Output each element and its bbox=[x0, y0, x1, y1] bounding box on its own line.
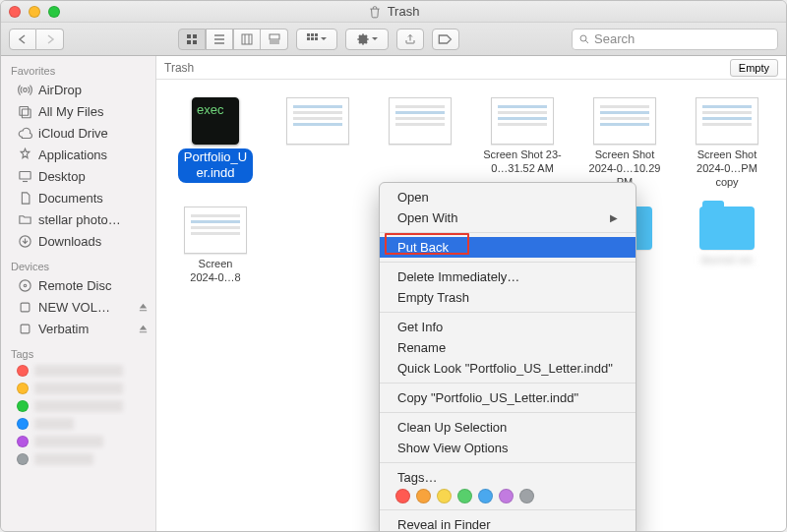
tag-dot-orange bbox=[17, 383, 29, 394]
sidebar-item-stellar[interactable]: stellar photo… bbox=[1, 208, 156, 230]
file-name-selected: Portfolio_Uer.indd bbox=[178, 148, 253, 183]
exec-thumbnail: exec bbox=[192, 97, 239, 145]
tag-color-blue[interactable] bbox=[478, 489, 493, 503]
file-item[interactable]: Screen 2024-0…8 bbox=[172, 207, 259, 285]
ctx-quick-look[interactable]: Quick Look "Portfolio_US_Letter.indd" bbox=[380, 358, 636, 379]
disc-icon bbox=[17, 277, 32, 293]
tags-button[interactable] bbox=[432, 29, 459, 50]
trash-icon bbox=[368, 5, 382, 19]
svg-rect-17 bbox=[311, 37, 314, 40]
back-button[interactable] bbox=[9, 29, 36, 50]
list-view-button[interactable] bbox=[206, 29, 233, 50]
tag-color-green[interactable] bbox=[457, 489, 472, 503]
svg-rect-2 bbox=[187, 40, 191, 44]
sidebar-item-newvol[interactable]: NEW VOL… bbox=[1, 296, 156, 318]
tag-dot-green bbox=[17, 400, 29, 412]
screenshot-thumbnail bbox=[389, 97, 452, 145]
search-field[interactable]: Search bbox=[572, 29, 778, 50]
svg-rect-23 bbox=[19, 106, 28, 115]
ctx-tag-row bbox=[380, 485, 636, 505]
airdrop-icon bbox=[17, 82, 32, 97]
sidebar-item-applications[interactable]: Applications bbox=[1, 144, 156, 165]
ctx-get-info[interactable]: Get Info bbox=[380, 317, 636, 337]
window-titlebar: Trash bbox=[1, 1, 786, 23]
desktop-icon bbox=[17, 168, 32, 184]
sidebar-item-verbatim[interactable]: Verbatim bbox=[1, 318, 156, 339]
sidebar-item-downloads[interactable]: Downloads bbox=[1, 230, 156, 252]
all-files-icon bbox=[17, 103, 32, 119]
tag-color-gray[interactable] bbox=[519, 489, 534, 503]
share-button[interactable] bbox=[396, 29, 424, 50]
screenshot-thumbnail bbox=[491, 97, 554, 145]
sidebar-resize-handle[interactable] bbox=[148, 56, 155, 532]
screenshot-thumbnail bbox=[593, 97, 656, 145]
nav-group bbox=[9, 29, 64, 50]
tag-dot-gray bbox=[17, 453, 29, 465]
file-item[interactable]: x bbox=[274, 97, 361, 189]
tag-dot-blue bbox=[17, 418, 29, 430]
action-button[interactable] bbox=[345, 29, 389, 50]
location-title: Trash bbox=[164, 61, 194, 75]
icon-view-area[interactable]: exec Portfolio_Uer.indd x x Screen Shot … bbox=[156, 80, 786, 532]
sidebar-item-remote-disc[interactable]: Remote Disc bbox=[1, 274, 156, 296]
tag-color-yellow[interactable] bbox=[437, 489, 452, 503]
coverflow-view-button[interactable] bbox=[261, 29, 288, 50]
ctx-reveal-in-finder[interactable]: Reveal in Finder bbox=[380, 514, 636, 532]
ctx-separator bbox=[380, 312, 636, 313]
ctx-open[interactable]: Open bbox=[380, 187, 636, 207]
arrange-button[interactable] bbox=[296, 29, 337, 50]
svg-rect-10 bbox=[270, 34, 279, 39]
main-content: Trash Empty exec Portfolio_Uer.indd x x … bbox=[156, 56, 786, 532]
ctx-separator bbox=[380, 462, 636, 463]
sidebar-tag-item[interactable] bbox=[1, 415, 156, 433]
file-item[interactable]: x bbox=[377, 97, 463, 189]
svg-rect-3 bbox=[193, 40, 197, 44]
ctx-separator bbox=[380, 383, 636, 384]
sidebar-tag-item[interactable] bbox=[1, 397, 156, 415]
context-menu: Open Open With▶ Put Back Delete Immediat… bbox=[379, 182, 636, 532]
sidebar-tag-item[interactable] bbox=[1, 450, 156, 468]
folder-item[interactable]: blurred nm bbox=[684, 207, 770, 285]
icon-view-button[interactable] bbox=[178, 29, 206, 50]
file-name: Screen 2024-0…8 bbox=[190, 258, 240, 285]
sidebar-item-desktop[interactable]: Desktop bbox=[1, 165, 156, 187]
sidebar-item-documents[interactable]: Documents bbox=[1, 187, 156, 208]
tag-color-purple[interactable] bbox=[499, 489, 514, 503]
empty-trash-button[interactable]: Empty bbox=[730, 59, 778, 77]
svg-rect-31 bbox=[21, 325, 30, 333]
ctx-clean-up[interactable]: Clean Up Selection bbox=[380, 417, 636, 438]
file-item[interactable]: Screen Shot 2024-0…PM copy bbox=[684, 97, 770, 189]
svg-rect-18 bbox=[315, 37, 318, 40]
forward-button[interactable] bbox=[36, 29, 64, 50]
sidebar-item-airdrop[interactable]: AirDrop bbox=[1, 79, 156, 100]
ctx-rename[interactable]: Rename bbox=[380, 337, 636, 358]
documents-icon bbox=[17, 190, 32, 206]
file-item-selected[interactable]: exec Portfolio_Uer.indd bbox=[172, 97, 259, 189]
ctx-separator bbox=[380, 232, 636, 233]
sidebar-tag-item[interactable] bbox=[1, 433, 156, 450]
file-item[interactable]: Screen Shot 2024-0…10.29 PM bbox=[581, 97, 668, 189]
ctx-separator bbox=[380, 509, 636, 510]
file-name: Screen Shot 23-0…31.52 AM bbox=[479, 148, 566, 176]
ctx-delete-immediately[interactable]: Delete Immediately… bbox=[380, 266, 636, 287]
sidebar-item-all-my-files[interactable]: All My Files bbox=[1, 100, 156, 122]
sidebar-tag-item[interactable] bbox=[1, 362, 156, 380]
ctx-put-back[interactable]: Put Back bbox=[380, 237, 636, 258]
column-view-button[interactable] bbox=[233, 29, 261, 50]
ctx-copy[interactable]: Copy "Portfolio_US_Letter.indd" bbox=[380, 387, 636, 408]
ctx-open-with[interactable]: Open With▶ bbox=[380, 207, 636, 228]
cloud-icon bbox=[17, 125, 32, 141]
svg-rect-30 bbox=[21, 303, 30, 312]
file-item[interactable]: Screen Shot 23-0…31.52 AM bbox=[479, 97, 566, 189]
svg-rect-7 bbox=[242, 34, 252, 44]
svg-point-22 bbox=[23, 88, 27, 91]
ctx-tags-label: Tags… bbox=[380, 467, 636, 485]
tag-color-red[interactable] bbox=[395, 489, 410, 503]
svg-point-28 bbox=[19, 279, 30, 290]
tag-color-orange[interactable] bbox=[416, 489, 431, 503]
sidebar-item-icloud[interactable]: iCloud Drive bbox=[1, 122, 156, 144]
ctx-empty-trash[interactable]: Empty Trash bbox=[380, 287, 636, 308]
sidebar-tag-item[interactable] bbox=[1, 380, 156, 397]
ctx-show-view-options[interactable]: Show View Options bbox=[380, 438, 636, 458]
svg-rect-15 bbox=[315, 33, 318, 36]
